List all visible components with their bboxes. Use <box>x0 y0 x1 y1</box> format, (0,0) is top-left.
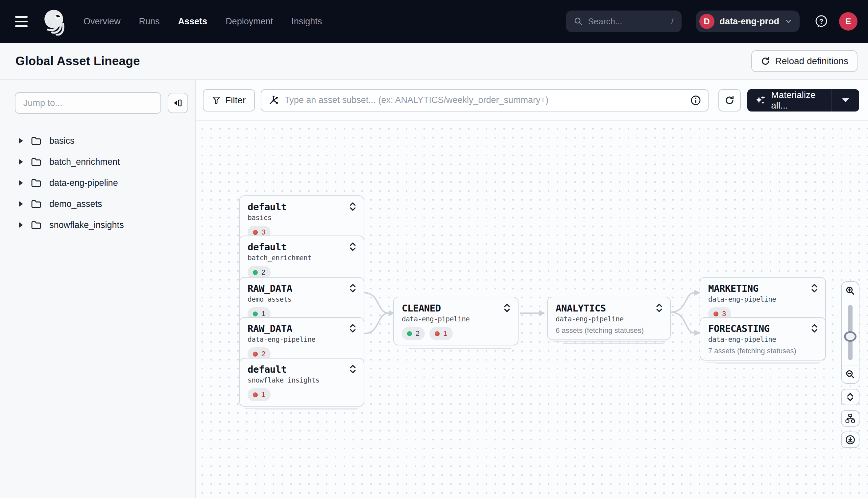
folder-icon <box>31 199 41 209</box>
node-subtitle: data-eng-pipeline <box>708 336 776 343</box>
caret-right-icon[interactable] <box>19 222 23 228</box>
node-subtitle: demo_assets <box>248 296 292 303</box>
expand-group-icon[interactable] <box>349 324 357 333</box>
tree-item-batch-enrichment[interactable]: batch_enrichment <box>0 151 195 172</box>
top-nav: Overview Runs Assets Deployment Insights… <box>0 0 868 43</box>
tree-item-demo-assets[interactable]: demo_assets <box>0 193 195 214</box>
folder-icon <box>31 220 41 230</box>
folder-icon <box>31 157 41 167</box>
caret-down-icon <box>842 98 849 102</box>
svg-text:?: ? <box>819 17 824 25</box>
download-image-button[interactable] <box>841 432 859 448</box>
graph-layout-button[interactable] <box>841 410 859 427</box>
node-subtitle: data-eng-pipeline <box>708 296 776 303</box>
zoom-out-button[interactable] <box>842 365 859 383</box>
graph-toolbar: Filter <box>196 80 868 121</box>
node-status-note: 6 assets (fetching statuses) <box>556 326 663 335</box>
expand-group-icon[interactable] <box>349 365 357 374</box>
menu-icon[interactable] <box>15 11 36 32</box>
primary-nav: Overview Runs Assets Deployment Insights <box>83 16 322 27</box>
nav-item-assets[interactable]: Assets <box>178 16 208 27</box>
group-node-forecasting[interactable]: FORECASTING data-eng-pipeline 7 assets (… <box>700 317 826 361</box>
caret-right-icon[interactable] <box>19 159 23 165</box>
node-title: RAW_DATA <box>248 323 315 334</box>
refresh-graph-button[interactable] <box>718 89 741 112</box>
graph-view-controls <box>841 281 859 448</box>
nav-item-insights[interactable]: Insights <box>291 16 322 27</box>
badge-count: 2 <box>262 268 265 277</box>
node-subtitle: basics <box>248 214 287 222</box>
node-subtitle: data-eng-pipeline <box>248 336 315 343</box>
expand-group-icon[interactable] <box>349 202 357 211</box>
reload-definitions-label: Reload definitions <box>775 56 848 66</box>
node-title: default <box>248 241 311 253</box>
folder-icon <box>31 178 41 187</box>
node-title: CLEANED <box>402 303 469 314</box>
filter-button[interactable]: Filter <box>203 89 255 112</box>
expand-collapse-groups-button[interactable] <box>841 389 859 405</box>
lineage-graph-panel: Filter <box>196 80 868 498</box>
funnel-icon <box>212 96 221 105</box>
asset-subset-input[interactable] <box>284 95 690 105</box>
tree-item-label: demo_assets <box>49 199 102 209</box>
error-dot-icon <box>435 331 440 336</box>
info-icon[interactable] <box>690 95 701 106</box>
dagster-logo-icon[interactable] <box>41 7 69 36</box>
global-search-input[interactable]: Search... / <box>566 11 682 32</box>
tree-item-snowflake-insights[interactable]: snowflake_insights <box>0 214 195 236</box>
caret-right-icon[interactable] <box>19 138 23 144</box>
search-icon <box>574 17 583 26</box>
node-status-note: 7 assets (fetching statuses) <box>708 347 818 355</box>
expand-group-icon[interactable] <box>811 284 818 293</box>
tree-item-label: data-eng-pipeline <box>49 178 118 188</box>
page-header: Global Asset Lineage Reload definitions <box>0 43 868 80</box>
nav-item-deployment[interactable]: Deployment <box>226 16 273 27</box>
zoom-slider-thumb[interactable] <box>844 331 856 342</box>
help-icon[interactable]: ? <box>813 13 830 30</box>
filter-button-label: Filter <box>225 95 245 106</box>
caret-right-icon[interactable] <box>19 201 23 207</box>
badge-count: 1 <box>443 329 447 338</box>
lineage-canvas[interactable]: default basics 3 default batch_enrichmen… <box>196 122 868 498</box>
node-title: default <box>248 364 320 375</box>
zoom-in-button[interactable] <box>842 282 859 300</box>
collapse-sidebar-button[interactable] <box>168 93 188 113</box>
jump-to-input[interactable] <box>15 92 161 114</box>
expand-group-icon[interactable] <box>349 284 357 293</box>
node-subtitle: data-eng-pipeline <box>402 315 469 323</box>
zoom-control <box>841 281 859 384</box>
node-subtitle: data-eng-pipeline <box>556 315 623 323</box>
workspace-switcher[interactable]: D data-eng-prod <box>696 11 800 32</box>
badge-count: 2 <box>262 350 265 358</box>
expand-group-icon[interactable] <box>349 242 357 251</box>
code-location-tree: basics batch_enrichment data-eng-pipelin… <box>0 126 195 236</box>
search-placeholder: Search... <box>588 16 671 27</box>
expand-group-icon[interactable] <box>811 324 818 333</box>
group-node-analytics[interactable]: ANALYTICS data-eng-pipeline 6 assets (fe… <box>547 297 671 340</box>
badge-count: 2 <box>416 329 419 338</box>
status-badge: 2 <box>402 327 425 340</box>
zoom-slider[interactable] <box>842 300 859 365</box>
success-dot-icon <box>253 270 258 275</box>
materialize-all-button[interactable]: Materialize all... <box>747 89 859 112</box>
group-node-cleaned[interactable]: CLEANED data-eng-pipeline 2 1 <box>393 297 519 345</box>
tree-item-basics[interactable]: basics <box>0 130 195 151</box>
caret-right-icon[interactable] <box>19 180 23 186</box>
node-title: ANALYTICS <box>556 303 623 314</box>
user-avatar[interactable]: E <box>839 12 857 30</box>
status-badge: 1 <box>429 327 452 340</box>
expand-group-icon[interactable] <box>503 303 511 313</box>
nav-item-overview[interactable]: Overview <box>83 16 121 27</box>
expand-group-icon[interactable] <box>656 303 663 313</box>
reload-definitions-button[interactable]: Reload definitions <box>751 50 857 72</box>
tree-item-label: snowflake_insights <box>49 220 124 230</box>
node-subtitle: batch_enrichment <box>248 254 311 262</box>
group-node-default-snowflake-insights[interactable]: default snowflake_insights 1 <box>239 358 364 407</box>
error-dot-icon <box>253 392 258 397</box>
nav-item-runs[interactable]: Runs <box>139 16 160 27</box>
chevron-down-icon <box>785 17 792 25</box>
tree-item-data-eng-pipeline[interactable]: data-eng-pipeline <box>0 172 195 193</box>
search-shortcut-hint: / <box>671 16 673 27</box>
materialize-options-button[interactable] <box>832 89 859 112</box>
asset-subset-field <box>261 89 709 112</box>
